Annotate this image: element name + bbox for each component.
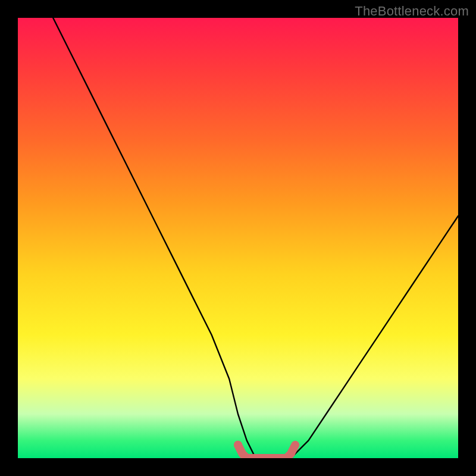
watermark-text: TheBottleneck.com: [355, 4, 469, 19]
optimal-marker: [238, 445, 295, 458]
bottleneck-curve: [53, 18, 458, 458]
optimal-marker-dot: [234, 441, 242, 449]
chart-frame: TheBottleneck.com: [0, 0, 476, 476]
curve-layer: [18, 18, 458, 458]
plot-area: [18, 18, 458, 458]
